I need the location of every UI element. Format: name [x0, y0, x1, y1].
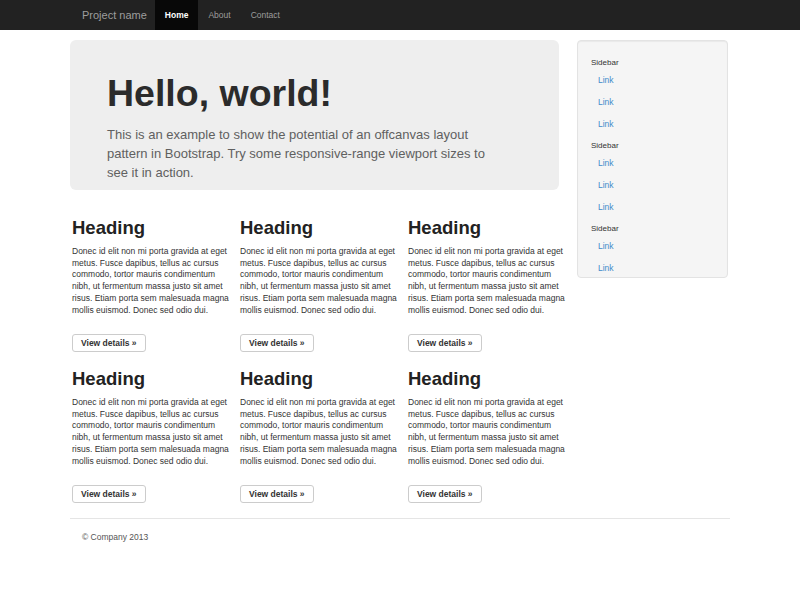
card-body-text: Donec id elit non mi porta gravida at eg… [72, 246, 230, 316]
card-heading: Heading [240, 368, 398, 390]
sidebar-link[interactable]: Link [598, 262, 727, 274]
card-heading: Heading [240, 217, 398, 239]
content-card: Heading Donec id elit non mi porta gravi… [240, 217, 398, 357]
card-body-text: Donec id elit non mi porta gravida at eg… [240, 246, 398, 316]
card-body-text: Donec id elit non mi porta gravida at eg… [240, 397, 398, 467]
sidebar-link[interactable]: Link [598, 157, 727, 169]
card-heading: Heading [408, 217, 566, 239]
sidebar-heading: Sidebar [591, 140, 727, 152]
sidebar-link[interactable]: Link [598, 96, 727, 108]
card-body-text: Donec id elit non mi porta gravida at eg… [72, 397, 230, 467]
card-body-text: Donec id elit non mi porta gravida at eg… [408, 397, 566, 467]
sidebar-heading: Sidebar [591, 223, 727, 235]
card-heading: Heading [408, 368, 566, 390]
sidebar-link[interactable]: Link [598, 118, 727, 130]
sidebar-panel: Sidebar Link Link Link Sidebar Link Link… [577, 40, 728, 278]
card-heading: Heading [72, 368, 230, 390]
view-details-button[interactable]: View details » [408, 334, 482, 352]
view-details-button[interactable]: View details » [240, 485, 314, 503]
sidebar-heading: Sidebar [591, 57, 727, 69]
card-heading: Heading [72, 217, 230, 239]
content-card: Heading Donec id elit non mi porta gravi… [408, 217, 566, 357]
footer-copyright: © Company 2013 [82, 531, 148, 543]
sidebar-link[interactable]: Link [598, 240, 727, 252]
top-navbar: Project name Home About Contact [0, 0, 800, 30]
nav-item-home[interactable]: Home [155, 0, 199, 30]
sidebar-link[interactable]: Link [598, 74, 727, 86]
view-details-button[interactable]: View details » [72, 334, 146, 352]
jumbotron-subtitle: This is an example to show the potential… [107, 125, 507, 182]
view-details-button[interactable]: View details » [408, 485, 482, 503]
jumbotron: Hello, world! This is an example to show… [70, 40, 559, 190]
brand-link[interactable]: Project name [82, 9, 147, 21]
sidebar-link[interactable]: Link [598, 201, 727, 213]
view-details-button[interactable]: View details » [240, 334, 314, 352]
footer-divider [70, 518, 730, 519]
card-body-text: Donec id elit non mi porta gravida at eg… [408, 246, 566, 316]
content-card: Heading Donec id elit non mi porta gravi… [408, 368, 566, 508]
content-card: Heading Donec id elit non mi porta gravi… [72, 368, 230, 508]
main-nav: Home About Contact [155, 0, 290, 30]
content-card: Heading Donec id elit non mi porta gravi… [72, 217, 230, 357]
nav-item-contact[interactable]: Contact [241, 0, 290, 30]
content-card: Heading Donec id elit non mi porta gravi… [240, 368, 398, 508]
sidebar-link[interactable]: Link [598, 179, 727, 191]
view-details-button[interactable]: View details » [72, 485, 146, 503]
page-title: Hello, world! [107, 73, 519, 113]
nav-item-about[interactable]: About [198, 0, 240, 30]
